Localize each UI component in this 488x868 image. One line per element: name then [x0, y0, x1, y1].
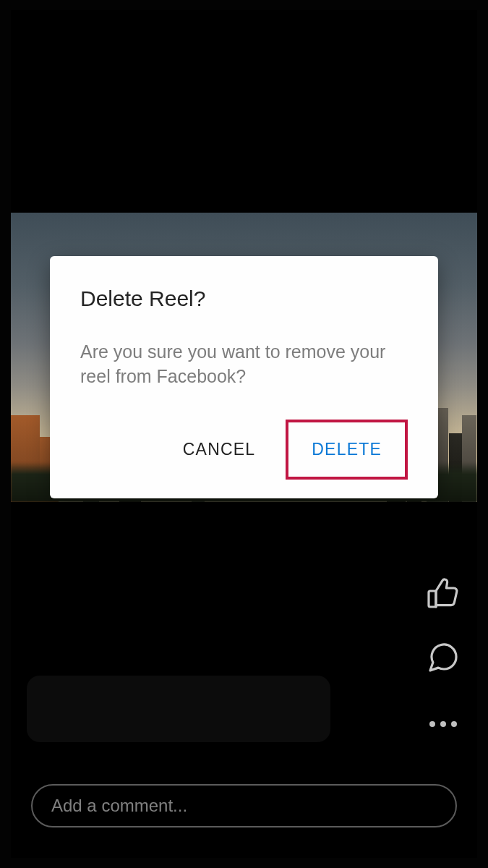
dialog-title: Delete Reel? — [80, 286, 408, 311]
viewport: Add a comment... Delete Reel? Are you su… — [11, 10, 477, 858]
comment-input[interactable]: Add a comment... — [31, 784, 457, 827]
delete-reel-dialog: Delete Reel? Are you sure you want to re… — [50, 256, 438, 498]
speech-bubble-icon — [426, 640, 461, 678]
comment-button[interactable] — [425, 641, 461, 677]
action-rail — [425, 576, 461, 742]
reel-caption-area[interactable] — [27, 676, 330, 742]
reel-viewer-screen: Add a comment... Delete Reel? Are you su… — [0, 0, 488, 868]
dialog-actions: CANCEL DELETE — [80, 420, 408, 480]
cancel-button[interactable]: CANCEL — [170, 430, 269, 469]
delete-button-highlight: DELETE — [286, 420, 408, 480]
delete-button[interactable]: DELETE — [299, 430, 395, 469]
like-button[interactable] — [425, 576, 461, 612]
more-options-button[interactable] — [425, 706, 461, 742]
dialog-message: Are you sure you want to remove your ree… — [80, 340, 408, 389]
comment-placeholder: Add a comment... — [51, 796, 187, 816]
more-horizontal-icon — [429, 721, 457, 727]
thumbs-up-icon — [426, 575, 461, 613]
